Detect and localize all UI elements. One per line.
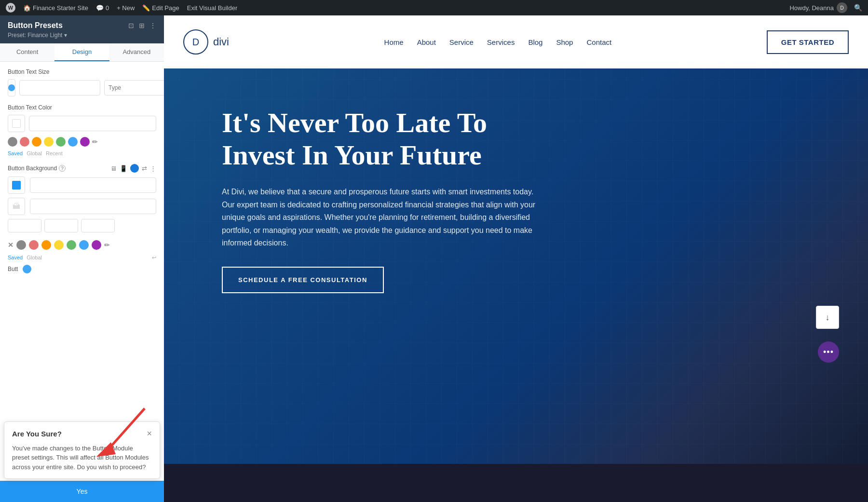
tablet-icon[interactable]: 📱 (120, 165, 127, 172)
text-size-row (8, 79, 156, 96)
pencil-icon: ✏️ (142, 4, 150, 12)
width-input[interactable] (8, 219, 41, 232)
scroll-down-button[interactable]: ↓ (816, 306, 839, 329)
edit-page-button[interactable]: ✏️ Edit Page (142, 4, 179, 12)
button-text-color-group: Button Text Color ✏ (8, 104, 156, 156)
panel-subtitle[interactable]: Preset: Finance Light ▾ (8, 32, 156, 39)
more-icon[interactable]: ⋮ (149, 22, 156, 29)
global-label-2[interactable]: Global (27, 255, 42, 261)
nav-home[interactable]: Home (384, 38, 404, 46)
bottom-row-1: ✕ ✏ (8, 240, 156, 250)
search-icon[interactable]: 🔍 (854, 4, 862, 12)
bottom-swatch-orange[interactable] (41, 240, 51, 250)
dialog-title-row: Are You Sure? × (12, 429, 152, 439)
options-button[interactable]: ••• (818, 341, 839, 363)
saved-label-2[interactable]: Saved (8, 255, 23, 261)
bottom-swatch-gray[interactable] (16, 240, 26, 250)
more-bg-icon[interactable]: ⋮ (150, 165, 156, 172)
button-text-color-label: Button Text Color (8, 104, 156, 111)
button-text-size-label: Button Text Size (8, 68, 156, 75)
dialog-title: Are You Sure? (12, 430, 62, 438)
yes-button[interactable]: Yes (0, 481, 164, 502)
tab-content[interactable]: Content (0, 43, 54, 61)
color-input-field[interactable] (29, 116, 156, 131)
swatch-orange[interactable] (32, 137, 41, 147)
nav-contact[interactable]: Contact (586, 38, 611, 46)
butt-label: Butt (8, 266, 18, 272)
text-color-row (8, 115, 156, 132)
hero-content: It's Never Too Late To Invest In Your Fu… (164, 68, 598, 322)
swatch-edit-icon-2[interactable]: ✏ (104, 241, 110, 249)
swatch-edit-icon[interactable]: ✏ (92, 138, 98, 146)
swatch-purple[interactable] (80, 137, 90, 147)
panel-title: Button Presets (8, 21, 63, 30)
site-name[interactable]: 🏠 Finance Starter Site (23, 4, 88, 12)
nav-blog[interactable]: Blog (528, 38, 542, 46)
nav-services[interactable]: Services (487, 38, 515, 46)
swatch-yellow[interactable] (44, 137, 54, 147)
butt-dot[interactable] (23, 265, 31, 273)
bottom-swatch-purple[interactable] (92, 240, 101, 250)
tab-design[interactable]: Design (54, 43, 109, 61)
height-input[interactable] (44, 219, 78, 232)
nav-service[interactable]: Service (449, 38, 474, 46)
columns-icon[interactable]: ⊞ (139, 22, 145, 29)
bottom-row-2: Butt (8, 265, 156, 273)
help-icon[interactable]: ? (59, 165, 66, 172)
bg-image-row: 🏔 (8, 198, 156, 215)
bottom-swatch-yellow[interactable] (54, 240, 64, 250)
global-label[interactable]: Global (27, 150, 42, 156)
bg-color-row (8, 176, 156, 194)
left-panel: Button Presets ⊡ ⊞ ⋮ Preset: Finance Lig… (0, 15, 164, 502)
swatch-pink[interactable] (20, 137, 29, 147)
image-placeholder-icon: 🏔 (13, 202, 20, 211)
new-button[interactable]: + New (117, 4, 135, 12)
swatch-blue[interactable] (68, 137, 78, 147)
confirmation-dialog: Are You Sure? × You've made changes to t… (4, 421, 160, 479)
desktop-icon[interactable]: 🖥 (110, 165, 117, 172)
bottom-swatch-green[interactable] (67, 240, 76, 250)
bottom-swatch-blue-2[interactable] (79, 240, 89, 250)
text-size-unit[interactable] (104, 80, 164, 95)
panel-tabs: Content Design Advanced (0, 43, 164, 62)
hero-section: It's Never Too Late To Invest In Your Fu… (164, 68, 868, 464)
exit-visual-builder-button[interactable]: Exit Visual Builder (187, 4, 238, 12)
bg-color-preview[interactable] (8, 176, 25, 194)
expand-icon[interactable]: ⊡ (128, 22, 134, 29)
nav-shop[interactable]: Shop (556, 38, 573, 46)
size-inputs-row (8, 219, 156, 232)
avatar[interactable]: D (837, 2, 847, 13)
depth-input[interactable] (81, 219, 115, 232)
swatch-green[interactable] (56, 137, 66, 147)
text-color-preview[interactable] (8, 115, 25, 132)
panel-header: Button Presets ⊡ ⊞ ⋮ Preset: Finance Lig… (0, 15, 164, 43)
recent-icon[interactable]: ↩ (152, 255, 156, 261)
text-size-input[interactable] (19, 80, 100, 95)
blue-dot (8, 84, 15, 91)
x-icon-1[interactable]: ✕ (8, 241, 14, 249)
dialog-close-button[interactable]: × (147, 429, 152, 439)
bg-image-input[interactable] (30, 199, 156, 214)
nav-about[interactable]: About (417, 38, 436, 46)
color-swatch-preview (12, 119, 21, 128)
text-size-preview (8, 79, 15, 96)
swatch-gray[interactable] (8, 137, 17, 147)
website-header: D divi Home About Service Services Blog … (164, 15, 868, 68)
wp-logo-icon[interactable]: W (6, 3, 15, 13)
saved-label[interactable]: Saved (8, 150, 23, 156)
bg-image-preview[interactable]: 🏔 (8, 198, 25, 215)
recent-label[interactable]: Recent (46, 150, 63, 156)
comments-bubble[interactable]: 💬 0 (96, 4, 109, 12)
saved-global-row-2: Saved Global ↩ (8, 255, 156, 261)
bg-section-label: Button Background ? (8, 165, 66, 172)
get-started-button[interactable]: GET STARTED (767, 30, 849, 54)
tab-advanced[interactable]: Advanced (109, 43, 164, 61)
preview-area: D divi Home About Service Services Blog … (164, 15, 868, 502)
bg-color-input[interactable] (30, 177, 156, 193)
hero-cta-button[interactable]: SCHEDULE A FREE CONSULTATION (222, 267, 384, 293)
bg-color-dot (12, 181, 21, 190)
color-dot-blue[interactable] (130, 164, 139, 173)
transfer-icon[interactable]: ⇄ (142, 165, 147, 172)
options-icon: ••• (823, 347, 834, 357)
bottom-swatch-pink[interactable] (29, 240, 39, 250)
